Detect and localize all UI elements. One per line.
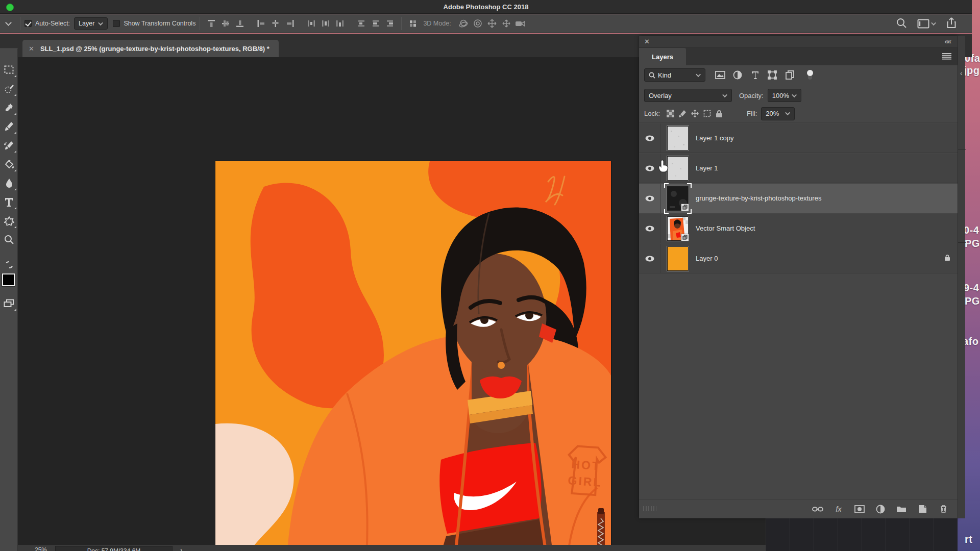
align-vertical-centers-icon[interactable] [219, 18, 232, 29]
3d-roll-icon[interactable] [472, 18, 484, 29]
tab-layers[interactable]: Layers [639, 48, 686, 65]
share-icon[interactable] [946, 17, 957, 30]
eye-icon [645, 165, 654, 171]
layer-row[interactable]: Layer 1 [639, 154, 958, 183]
paint-bucket-tool[interactable] [0, 155, 18, 173]
layer-name[interactable]: Layer 1 [696, 164, 718, 172]
layers-panel-header: ✕ «« [639, 36, 958, 48]
filter-type-layers-icon[interactable] [748, 69, 762, 81]
document-tab[interactable]: ✕ SLL_1.psd @ 25% (grunge-texture-by-kri… [22, 40, 279, 57]
new-adjustment-layer-icon[interactable] [874, 504, 887, 515]
lock-all-icon[interactable] [713, 108, 725, 119]
brush-tool[interactable] [0, 117, 18, 136]
distribute-bottom-edges-icon[interactable] [334, 18, 346, 29]
align-horizontal-centers-icon[interactable] [270, 18, 282, 29]
layer-row[interactable]: Layer 1 copy [639, 123, 958, 153]
new-layer-icon[interactable] [916, 504, 928, 515]
filter-shape-layers-icon[interactable] [766, 69, 779, 81]
canvas-artwork[interactable]: HOT GIRL [215, 161, 611, 551]
swap-colors-icon[interactable] [0, 258, 18, 271]
filter-pixel-layers-icon[interactable] [714, 69, 727, 81]
filter-smart-objects-icon[interactable] [783, 69, 796, 81]
quick-selection-tool[interactable] [0, 79, 18, 98]
history-brush-tool[interactable] [0, 136, 18, 155]
panel-close-icon[interactable]: ✕ [644, 38, 650, 45]
align-top-edges-icon[interactable] [205, 18, 217, 29]
blend-mode-dropdown[interactable]: Overlay [644, 89, 732, 102]
layer-name[interactable]: grunge-texture-by-krist-photoshop-textur… [696, 194, 821, 202]
desktop-file-label[interactable]: 0-4 [964, 224, 979, 236]
visibility-toggle[interactable] [639, 123, 660, 153]
distribute-right-edges-icon[interactable] [384, 18, 396, 29]
filtering-toggle[interactable] [803, 69, 817, 81]
filter-kind-dropdown[interactable]: Kind [644, 68, 705, 82]
lock-transparency-icon[interactable] [664, 108, 676, 119]
chevron-down-icon [696, 72, 701, 77]
blur-tool[interactable] [0, 173, 18, 192]
layer-name[interactable]: Vector Smart Object [696, 224, 755, 232]
layer-name[interactable]: Layer 1 copy [696, 134, 733, 142]
search-icon[interactable] [896, 17, 907, 30]
tab-close-icon[interactable]: ✕ [29, 45, 34, 53]
layer-thumbnail[interactable] [667, 156, 689, 181]
eyedropper-tool[interactable] [0, 98, 18, 117]
type-tool[interactable] [0, 192, 18, 211]
align-right-edges-icon[interactable] [284, 18, 296, 29]
screen-mode-icon[interactable] [0, 294, 18, 313]
visibility-toggle[interactable] [639, 184, 660, 213]
panel-collapse-icon[interactable]: «« [944, 37, 950, 45]
zoom-level-field[interactable]: 25% [35, 546, 47, 551]
layer-style-icon[interactable]: fx [832, 504, 845, 515]
distribute-spacing-icon[interactable] [407, 18, 419, 29]
layer-name[interactable]: Layer 0 [696, 255, 718, 262]
workspace-switcher-icon[interactable] [917, 19, 936, 29]
desktop-file-label[interactable]: jpg [964, 65, 980, 77]
foreground-color-swatch[interactable] [2, 273, 15, 286]
layer-thumbnail[interactable] [667, 246, 689, 271]
3d-camera-icon[interactable] [514, 18, 527, 29]
auto-select-checkbox[interactable] [24, 20, 32, 27]
new-group-icon[interactable] [895, 504, 908, 515]
delete-layer-icon[interactable] [937, 504, 949, 515]
layer-row-selected[interactable]: grunge-texture-by-krist-photoshop-textur… [639, 184, 958, 213]
opacity-field[interactable]: 100% [768, 89, 801, 102]
distribute-left-edges-icon[interactable] [355, 18, 368, 29]
desktop-file-label[interactable]: PG [965, 295, 980, 307]
doc-size-field[interactable]: Doc: 57.9M/334.6M [55, 546, 173, 551]
3d-slide-icon[interactable] [500, 18, 512, 29]
3d-orbit-icon[interactable] [457, 18, 470, 29]
panel-resize-grip[interactable] [643, 506, 656, 511]
panel-menu-icon[interactable] [942, 53, 951, 60]
layer-row[interactable]: Vector Smart Object [639, 214, 958, 243]
zoom-tool[interactable] [0, 230, 18, 249]
visibility-toggle[interactable] [639, 244, 660, 273]
show-transform-checkbox[interactable] [113, 20, 120, 27]
nose-dot [498, 362, 505, 369]
align-bottom-edges-icon[interactable] [234, 18, 246, 29]
lock-artboard-icon[interactable] [701, 108, 713, 119]
marquee-tool[interactable] [0, 60, 18, 79]
desktop-file-label[interactable]: rt [965, 534, 972, 545]
filter-adjustment-layers-icon[interactable] [731, 69, 744, 81]
tool-preset-chevron-icon[interactable] [5, 19, 12, 26]
3d-pan-icon[interactable] [486, 18, 498, 29]
distribute-horizontal-centers-icon[interactable] [370, 18, 382, 29]
lock-pixels-icon[interactable] [676, 108, 689, 119]
lock-position-icon[interactable] [689, 108, 701, 119]
desktop-file-label[interactable]: 9-4 [964, 282, 979, 294]
distribute-top-edges-icon[interactable] [305, 18, 317, 29]
status-chevron-icon[interactable]: › [180, 546, 182, 551]
layer-thumbnail[interactable] [667, 126, 689, 151]
custom-shape-tool[interactable] [0, 211, 18, 230]
desktop-file-label[interactable]: PG [965, 238, 980, 249]
add-layer-mask-icon[interactable] [853, 504, 866, 515]
distribute-vertical-centers-icon[interactable] [320, 18, 332, 29]
chevron-down-icon [931, 20, 936, 26]
align-left-edges-icon[interactable] [255, 18, 267, 29]
layer-row[interactable]: Layer 0 [639, 244, 958, 273]
dock-collapse-icon[interactable]: ‹ [960, 69, 962, 77]
visibility-toggle[interactable] [639, 214, 660, 243]
link-layers-icon[interactable] [812, 504, 824, 515]
fill-field[interactable]: 20% [761, 107, 795, 120]
auto-select-dropdown[interactable]: Layer [74, 17, 108, 30]
